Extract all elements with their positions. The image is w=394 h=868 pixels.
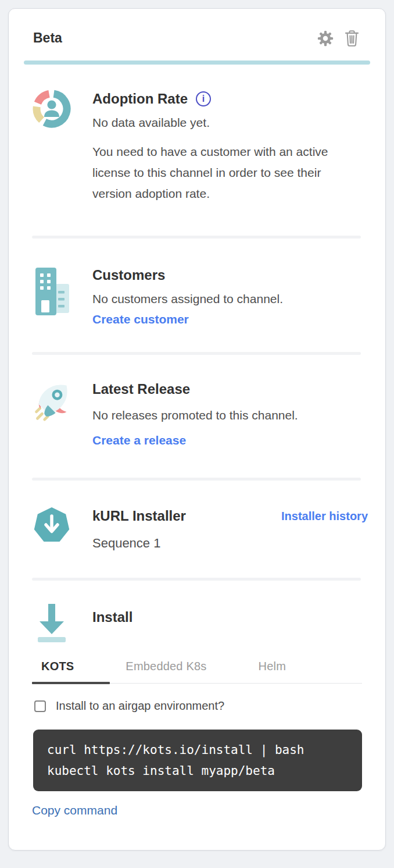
customers-empty-text: No customers assigned to channel.: [92, 290, 368, 308]
installer-sequence: Sequence 1: [92, 534, 368, 552]
kurl-installer-title: kURL Installer: [92, 506, 186, 526]
tab-kots[interactable]: KOTS: [41, 660, 74, 673]
install-command-line-1: curl https://kots.io/install | bash: [47, 739, 348, 760]
kurl-installer-title-row: kURL Installer Installer history: [92, 506, 368, 526]
latest-release-empty-text: No releases promoted to this channel.: [92, 406, 368, 424]
adoption-rate-title: Adoption Rate: [92, 89, 188, 109]
active-tab-underline: [32, 682, 110, 684]
section-divider: [32, 236, 361, 239]
settings-gear-icon[interactable]: [317, 30, 334, 47]
channel-accent-bar: [24, 61, 370, 65]
section-divider: [32, 478, 361, 481]
info-icon[interactable]: i: [196, 91, 211, 106]
latest-release-section: Latest Release No releases promoted to t…: [9, 379, 385, 447]
latest-release-body: Latest Release No releases promoted to t…: [92, 379, 368, 447]
adoption-rate-donut-icon: [32, 89, 71, 204]
install-section: Install: [9, 604, 385, 642]
customers-title: Customers: [92, 265, 368, 285]
adoption-rate-title-row: Adoption Rate i: [92, 89, 368, 109]
kurl-installer-icon: [32, 506, 71, 552]
section-divider: [32, 352, 361, 355]
channel-title: Beta: [33, 30, 62, 47]
install-tabs: KOTS Embedded K8s Helm: [32, 660, 362, 684]
airgap-checkbox[interactable]: [34, 700, 46, 712]
install-title: Install: [92, 607, 368, 627]
customers-body: Customers No customers assigned to chann…: [92, 265, 368, 326]
install-body: Install: [92, 604, 368, 642]
installer-history-link[interactable]: Installer history: [281, 510, 368, 523]
customers-buildings-icon: [32, 265, 71, 326]
copy-command-link[interactable]: Copy command: [32, 803, 117, 817]
channel-card: Beta: [8, 8, 386, 851]
rocket-icon: [32, 379, 71, 447]
adoption-rate-body: Adoption Rate i No data available yet. Y…: [92, 89, 368, 204]
customers-section: Customers No customers assigned to chann…: [9, 265, 385, 326]
install-command-line-2: kubectl kots install myapp/beta: [47, 760, 348, 781]
airgap-row: Install to an airgap environment?: [34, 699, 362, 713]
airgap-label[interactable]: Install to an airgap environment?: [56, 699, 224, 713]
kurl-installer-body: kURL Installer Installer history Sequenc…: [92, 506, 368, 552]
channel-card-header: Beta: [9, 9, 385, 47]
adoption-no-data-text: No data available yet.: [92, 113, 368, 131]
download-arrow-icon: [32, 604, 71, 642]
adoption-hint-text: You need to have a customer with an acti…: [92, 141, 336, 204]
create-customer-link[interactable]: Create customer: [92, 312, 189, 326]
channel-actions: [317, 30, 360, 47]
tab-helm[interactable]: Helm: [259, 660, 286, 673]
kurl-installer-section: kURL Installer Installer history Sequenc…: [9, 506, 385, 552]
tab-embedded-k8s[interactable]: Embedded K8s: [126, 660, 206, 673]
adoption-rate-section: Adoption Rate i No data available yet. Y…: [9, 89, 385, 204]
section-divider: [32, 578, 361, 581]
install-command-block: curl https://kots.io/install | bash kube…: [33, 730, 362, 791]
delete-trash-icon[interactable]: [344, 30, 360, 47]
create-release-link[interactable]: Create a release: [92, 433, 186, 447]
latest-release-title: Latest Release: [92, 379, 368, 399]
